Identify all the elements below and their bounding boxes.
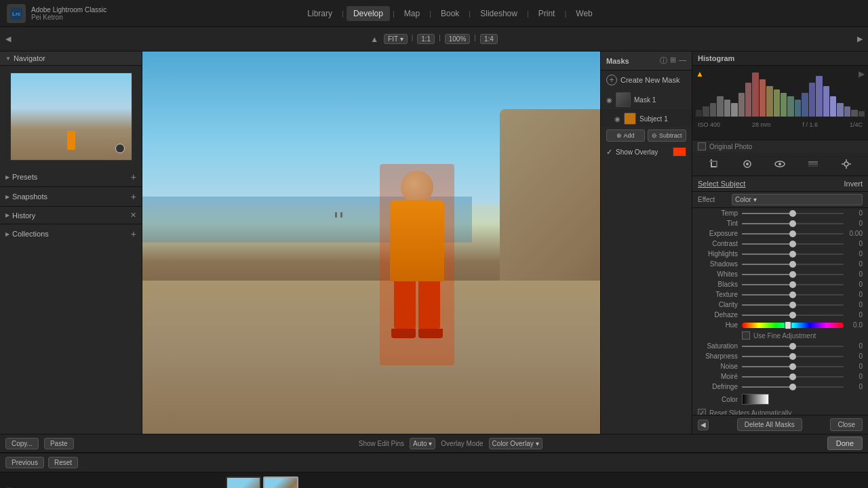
nav-map[interactable]: Map	[397, 6, 427, 21]
effect-dropdown[interactable]: Color ▾	[732, 194, 863, 205]
shadows-slider[interactable]	[742, 264, 844, 265]
collections-item[interactable]: ▶ Collections +	[0, 226, 142, 242]
subject-1-visibility[interactable]: ◉	[614, 115, 620, 123]
contrast-thumb[interactable]	[789, 241, 796, 247]
highlights-thumb[interactable]	[789, 251, 796, 258]
shadows-thumb[interactable]	[789, 261, 796, 268]
defringe-thumb[interactable]	[789, 384, 796, 390]
zoom-collapse[interactable]: ▲	[370, 35, 378, 44]
snapshots-add-btn[interactable]: +	[131, 191, 136, 202]
show-edit-pins-dropdown[interactable]: Auto ▾	[410, 438, 435, 449]
moire-slider[interactable]	[742, 376, 844, 378]
overlay-mode-dropdown[interactable]: Color Overlay ▾	[489, 438, 542, 449]
zoom-14[interactable]: 1:4	[480, 34, 498, 44]
blacks-thumb[interactable]	[789, 281, 796, 288]
whites-slider[interactable]	[742, 274, 844, 275]
nav-book[interactable]: Book	[434, 6, 466, 21]
subject-1-item[interactable]: ◉ Subject 1	[601, 110, 692, 127]
nav-library[interactable]: Library	[300, 6, 339, 21]
temp-slider[interactable]	[742, 213, 844, 214]
select-subject-btn[interactable]: Select Subject	[698, 180, 745, 188]
collections-add-btn[interactable]: +	[131, 228, 136, 239]
overlay-checkmark[interactable]: ✓	[606, 148, 612, 157]
history-close-btn[interactable]: ✕	[130, 211, 136, 220]
clarity-slider[interactable]	[742, 304, 844, 306]
nav-web[interactable]: Web	[569, 6, 599, 21]
saturation-slider-row: Saturation 0	[692, 341, 868, 351]
spot-removal-tool[interactable]	[739, 156, 755, 172]
sliders-group-1: Temp 0 Tint 0 Exposure	[692, 208, 868, 320]
mask-1-visibility[interactable]: ◉	[606, 96, 612, 104]
snapshots-item[interactable]: ▶ Snapshots +	[0, 188, 142, 205]
original-photo-checkbox[interactable]	[698, 142, 706, 150]
sharpness-slider[interactable]	[742, 356, 844, 357]
saturation-slider[interactable]	[742, 346, 844, 347]
fine-adjustment-checkbox[interactable]	[742, 331, 750, 340]
overlay-color-swatch[interactable]	[673, 147, 686, 157]
history-item[interactable]: ▶ History ✕	[0, 208, 142, 222]
tint-thumb[interactable]	[789, 220, 796, 227]
temp-thumb[interactable]	[789, 210, 796, 217]
presets-item[interactable]: ▶ Presets +	[0, 169, 142, 185]
settings-tool[interactable]	[838, 156, 854, 172]
blacks-slider[interactable]	[742, 284, 844, 285]
done-btn[interactable]: Done	[827, 436, 863, 450]
defringe-slider[interactable]	[742, 386, 844, 388]
mask-add-btn[interactable]: ⊕ Add	[606, 129, 645, 142]
create-new-mask-btn[interactable]: + Create New Mask	[601, 70, 692, 89]
exposure-slider[interactable]	[742, 233, 844, 235]
panel-collapse-btn[interactable]: ◀	[698, 420, 709, 430]
highlights-slider[interactable]	[742, 253, 844, 255]
saturation-fill	[742, 346, 793, 347]
mask-minimize-icon[interactable]: —	[679, 56, 686, 66]
mask-expand-icon[interactable]: ⊞	[670, 56, 676, 66]
texture-thumb[interactable]	[789, 291, 796, 298]
invert-btn[interactable]: Invert	[844, 180, 863, 188]
close-panel-btn[interactable]: Close	[830, 418, 863, 431]
app-logo: Lrc Adobe Lightroom Classic Pei Ketron	[7, 4, 106, 23]
tint-slider[interactable]	[742, 223, 844, 224]
noise-slider[interactable]	[742, 366, 844, 367]
saturation-thumb[interactable]	[789, 343, 796, 350]
film-thumb-2[interactable]	[263, 476, 298, 489]
hue-slider[interactable]	[742, 323, 844, 328]
color-swatch[interactable]	[742, 394, 769, 405]
previous-btn[interactable]: Previous	[5, 457, 44, 468]
hue-thumb[interactable]	[785, 321, 791, 329]
filmstrip	[226, 475, 298, 489]
gradient-tool[interactable]	[805, 156, 821, 172]
nav-print[interactable]: Print	[532, 6, 562, 21]
defringe-fill	[742, 386, 793, 388]
zoom-100[interactable]: 100%	[445, 34, 471, 44]
clarity-thumb[interactable]	[789, 302, 796, 308]
moire-thumb[interactable]	[789, 373, 796, 380]
zoom-11[interactable]: 1:1	[417, 34, 435, 44]
crop-tool[interactable]	[706, 156, 722, 172]
texture-slider[interactable]	[742, 294, 844, 296]
film-thumb-1[interactable]	[226, 476, 261, 489]
mask-item-1[interactable]: ◉ Mask 1	[601, 89, 692, 110]
noise-thumb[interactable]	[789, 363, 796, 370]
paste-btn[interactable]: Paste	[44, 438, 74, 449]
fine-adjustment-label: Use Fine Adjustment	[753, 332, 816, 340]
contrast-slider[interactable]	[742, 243, 844, 245]
copy-btn[interactable]: Copy...	[5, 438, 39, 449]
dehaze-slider[interactable]	[742, 314, 844, 316]
reset-btn[interactable]: Reset	[48, 457, 78, 468]
nav-slideshow[interactable]: Slideshow	[473, 6, 524, 21]
exposure-thumb[interactable]	[789, 230, 796, 237]
whites-thumb[interactable]	[789, 271, 796, 278]
red-eye-tool[interactable]	[772, 156, 788, 172]
left-panel-toggle[interactable]: ◀	[5, 35, 11, 43]
sharpness-thumb[interactable]	[789, 353, 796, 360]
mask-info-icon[interactable]: ⓘ	[660, 56, 667, 66]
right-panel-toggle[interactable]: ▶	[857, 35, 863, 43]
presets-add-btn[interactable]: +	[131, 171, 136, 182]
dehaze-thumb[interactable]	[789, 312, 796, 319]
mask-subtract-btn[interactable]: ⊖ Subtract	[648, 129, 686, 142]
delete-all-masks-btn[interactable]: Delete All Masks	[737, 418, 802, 431]
zoom-fit[interactable]: FIT ▾	[384, 34, 408, 44]
nav-develop[interactable]: Develop	[347, 6, 390, 21]
zoom-controls: ▲ FIT ▾ | 1:1 | 100% | 1:4	[11, 34, 857, 44]
show-overlay-row: ✓ Show Overlay	[601, 144, 692, 159]
